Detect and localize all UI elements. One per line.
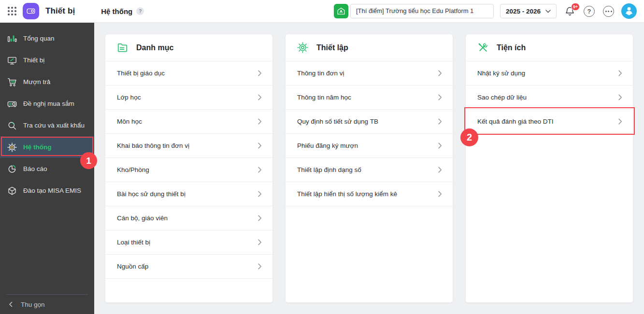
sidebar: Tổng quan Thiết bị Mượn trả xyxy=(0,23,94,314)
list-item[interactable]: Sao chép dữ liệu xyxy=(466,86,633,110)
bar-chart-icon xyxy=(7,34,17,43)
card-danh-muc: Danh mục Thiết bị giáo dục Lớp học Môn h… xyxy=(105,34,273,303)
home-icon[interactable] xyxy=(334,4,348,18)
chevron-right-icon xyxy=(437,167,443,173)
chevron-left-icon xyxy=(8,301,14,308)
cart-icon xyxy=(7,77,17,87)
folder-icon xyxy=(117,42,128,53)
chevron-right-icon xyxy=(617,94,623,100)
sidebar-item-muon-tra[interactable]: Mượn trả xyxy=(0,71,94,93)
page-help-icon[interactable]: ? xyxy=(136,7,144,15)
sidebar-item-he-thong[interactable]: Hệ thống xyxy=(0,136,94,158)
cube-icon xyxy=(7,186,17,196)
sidebar-item-label: Hệ thống xyxy=(23,143,52,151)
school-selector[interactable]: [Thí điểm] Trường tiểu học Edu Platform … xyxy=(350,4,494,18)
sidebar-item-tong-quan[interactable]: Tổng quan xyxy=(0,28,94,49)
projector-icon xyxy=(7,99,17,109)
monitor-icon xyxy=(7,56,17,65)
list-item[interactable]: Lớp học xyxy=(105,86,272,110)
topbar-right: [Thí điểm] Trường tiểu học Edu Platform … xyxy=(334,3,644,19)
chevron-right-icon xyxy=(257,94,263,100)
user-avatar[interactable] xyxy=(621,3,637,19)
chevron-right-icon xyxy=(437,191,443,197)
chevron-right-icon xyxy=(257,143,263,149)
collapse-label: Thu gọn xyxy=(21,301,45,308)
list-item[interactable]: Thông tin đơn vị xyxy=(286,61,453,86)
list-item[interactable]: Thiết lập hiển thị số lượng kiểm kê xyxy=(286,182,453,206)
card-header: Danh mục xyxy=(105,34,272,61)
chevron-right-icon xyxy=(437,118,443,125)
breadcrumb: Hệ thống ? xyxy=(101,7,144,15)
app-launcher-icon[interactable] xyxy=(8,7,16,15)
list-item[interactable]: Phiếu đăng ký mượn xyxy=(286,134,453,158)
notification-count-badge: 9+ xyxy=(571,3,580,11)
school-year-dropdown[interactable]: 2025 - 2026 xyxy=(500,4,557,18)
list-item[interactable]: Nhật ký sử dụng xyxy=(466,61,633,86)
list-item[interactable]: Thiết lập định dạng số xyxy=(286,158,453,182)
list-item[interactable]: Loại thiết bị xyxy=(105,230,272,255)
chevron-down-icon xyxy=(545,10,551,13)
card-header: Thiết lập xyxy=(286,34,453,61)
list-item[interactable]: Cán bộ, giáo viên xyxy=(105,206,272,230)
card-title: Tiện ích xyxy=(497,43,526,52)
gear-icon xyxy=(297,42,308,53)
sidebar-collapse-button[interactable]: Thu gọn xyxy=(6,294,88,314)
gear-icon xyxy=(7,143,17,152)
notification-bell-icon[interactable]: 9+ xyxy=(564,6,575,17)
chevron-right-icon xyxy=(257,239,263,245)
main-content: Danh mục Thiết bị giáo dục Lớp học Môn h… xyxy=(94,23,644,314)
chevron-right-icon xyxy=(257,191,263,197)
chevron-right-icon xyxy=(437,70,443,76)
chevron-right-icon xyxy=(257,215,263,221)
sidebar-item-label: Mượn trả xyxy=(23,78,50,86)
help-icon[interactable]: ? xyxy=(584,6,595,17)
card-header: Tiện ích xyxy=(466,34,633,61)
topbar-left: Thiết bị xyxy=(0,3,75,19)
card-tien-ich: Tiện ích Nhật ký sử dụng Sao chép dữ liệ… xyxy=(465,34,633,303)
sidebar-item-label: Báo cáo xyxy=(23,165,47,172)
sidebar-item-label: Đào tạo MISA EMIS xyxy=(23,187,81,194)
list-item[interactable]: Quy định số tiết sử dụng TB xyxy=(286,110,453,134)
chevron-right-icon xyxy=(257,167,263,173)
sidebar-item-tra-cuu[interactable]: Tra cứu và xuất khẩu xyxy=(0,114,94,136)
chevron-right-icon xyxy=(257,70,263,76)
sidebar-item-label: Thiết bị xyxy=(23,57,44,64)
sidebar-item-de-nghi-mua-sam[interactable]: Đề nghị mua sắm xyxy=(0,93,94,114)
list-item-ket-qua-dti[interactable]: Kết quả đánh giá theo DTI xyxy=(466,110,633,134)
list-item[interactable]: Khai báo thông tin đơn vị xyxy=(105,134,272,158)
search-icon xyxy=(7,121,17,130)
pie-chart-icon xyxy=(7,164,17,174)
list-item[interactable]: Thiết bị giáo dục xyxy=(105,61,272,86)
tools-icon xyxy=(477,42,488,53)
chevron-right-icon xyxy=(437,94,443,100)
step-badge-1: 1 xyxy=(80,152,97,169)
chevron-right-icon xyxy=(437,143,443,149)
chevron-right-icon xyxy=(617,118,623,125)
sidebar-item-label: Tổng quan xyxy=(23,35,55,42)
top-bar: Thiết bị Hệ thống ? [Thí điểm] Trường ti… xyxy=(0,0,644,23)
chevron-right-icon xyxy=(617,70,623,76)
sidebar-item-label: Đề nghị mua sắm xyxy=(23,100,74,107)
card-thiet-lap: Thiết lập Thông tin đơn vị Thông tin năm… xyxy=(285,34,453,303)
page-title: Hệ thống xyxy=(101,7,132,15)
app-title: Thiết bị xyxy=(45,6,75,16)
chevron-right-icon xyxy=(257,263,263,270)
school-year-value: 2025 - 2026 xyxy=(506,8,541,15)
list-item[interactable]: Kho/Phòng xyxy=(105,158,272,182)
step-badge-2: 2 xyxy=(460,128,478,146)
device-app-icon[interactable] xyxy=(23,3,39,19)
sidebar-item-dao-tao[interactable]: Đào tạo MISA EMIS xyxy=(0,180,94,201)
list-item[interactable]: Môn học xyxy=(105,110,272,134)
sidebar-item-thiet-bi[interactable]: Thiết bị xyxy=(0,49,94,71)
card-title: Danh mục xyxy=(136,43,173,52)
list-item[interactable]: Bài học sử dụng thiết bị xyxy=(105,182,272,206)
chevron-right-icon xyxy=(257,118,263,125)
more-options-icon[interactable] xyxy=(603,6,614,17)
card-title: Thiết lập xyxy=(316,43,348,52)
list-item[interactable]: Nguồn cấp xyxy=(105,255,272,279)
list-item[interactable]: Thông tin năm học xyxy=(286,86,453,110)
sidebar-item-label: Tra cứu và xuất khẩu xyxy=(23,122,85,129)
